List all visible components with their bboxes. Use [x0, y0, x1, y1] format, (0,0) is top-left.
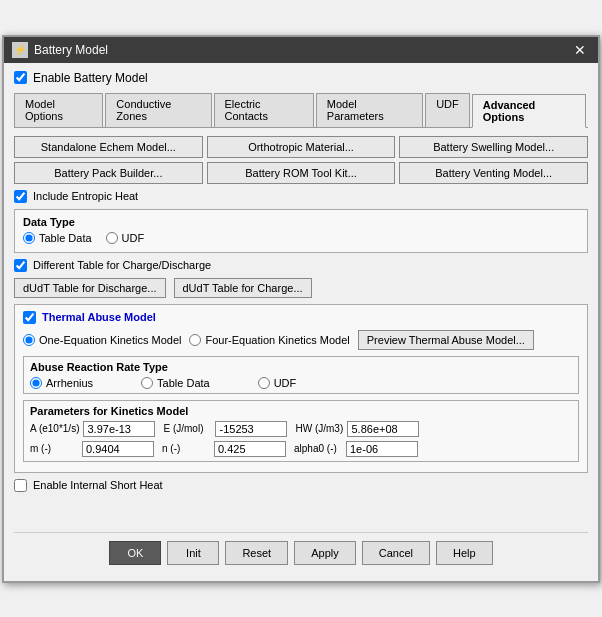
radio-arrhenius-input[interactable]	[30, 377, 42, 389]
param-a-label: A (e10*1/s)	[30, 423, 79, 434]
radio-udf-label: UDF	[122, 232, 145, 244]
kinetics-model-row: One-Equation Kinetics Model Four-Equatio…	[23, 330, 579, 350]
radio-table-data-rate-input[interactable]	[141, 377, 153, 389]
radio-table-data[interactable]	[23, 232, 35, 244]
preview-thermal-abuse-btn[interactable]: Preview Thermal Abuse Model...	[358, 330, 534, 350]
thermal-abuse-checkbox[interactable]	[23, 311, 36, 324]
params-title: Parameters for Kinetics Model	[30, 405, 572, 417]
standalone-echem-btn[interactable]: Standalone Echem Model...	[14, 136, 203, 158]
tab-model-options[interactable]: Model Options	[14, 93, 103, 127]
tab-electric-contacts[interactable]: Electric Contacts	[214, 93, 314, 127]
param-m-label: m (-)	[30, 443, 78, 454]
param-alpha0-input[interactable]: 1e-06	[346, 441, 418, 457]
different-table-label: Different Table for Charge/Discharge	[33, 259, 211, 271]
radio-table-data-rate-label: Table Data	[157, 377, 210, 389]
enable-internal-short-checkbox[interactable]	[14, 479, 27, 492]
param-hw-input[interactable]: 5.86e+08	[347, 421, 419, 437]
title-bar: ⚡ Battery Model ✕	[4, 37, 598, 63]
radio-udf-rate-label: UDF	[274, 377, 297, 389]
radio-udf-rate-input[interactable]	[258, 377, 270, 389]
orthotropic-material-btn[interactable]: Orthotropic Material...	[207, 136, 396, 158]
battery-rom-toolkit-btn[interactable]: Battery ROM Tool Kit...	[207, 162, 396, 184]
battery-pack-builder-btn[interactable]: Battery Pack Builder...	[14, 162, 203, 184]
different-table-checkbox[interactable]	[14, 259, 27, 272]
param-a-input[interactable]: 3.97e-13	[83, 421, 155, 437]
radio-item-table-data: Table Data	[23, 232, 92, 244]
params-box: Parameters for Kinetics Model A (e10*1/s…	[23, 400, 579, 462]
window-icon: ⚡	[12, 42, 28, 58]
include-entropic-label: Include Entropic Heat	[33, 190, 138, 202]
dudt-charge-btn[interactable]: dUdT Table for Charge...	[174, 278, 312, 298]
radio-four-equation-input[interactable]	[189, 334, 201, 346]
radio-table-data-rate: Table Data	[141, 377, 210, 389]
tool-buttons-row1: Standalone Echem Model... Orthotropic Ma…	[14, 136, 588, 158]
cancel-button[interactable]: Cancel	[362, 541, 430, 565]
radio-arrhenius-label: Arrhenius	[46, 377, 93, 389]
enable-battery-label: Enable Battery Model	[33, 71, 148, 85]
different-table-row: Different Table for Charge/Discharge	[14, 259, 588, 272]
bottom-spacer	[14, 498, 588, 528]
param-n-label: n (-)	[162, 443, 210, 454]
dudt-discharge-btn[interactable]: dUdT Table for Discharge...	[14, 278, 166, 298]
close-button[interactable]: ✕	[570, 43, 590, 57]
abuse-rate-type-title: Abuse Reaction Rate Type	[30, 361, 572, 373]
param-alpha0-label: alpha0 (-)	[294, 443, 342, 454]
tab-advanced-options[interactable]: Advanced Options	[472, 94, 586, 128]
battery-swelling-btn[interactable]: Battery Swelling Model...	[399, 136, 588, 158]
rate-type-options: Arrhenius Table Data UDF	[30, 377, 572, 389]
radio-one-equation-label: One-Equation Kinetics Model	[39, 334, 181, 346]
window-title: Battery Model	[34, 43, 108, 57]
footer-buttons: OK Init Reset Apply Cancel Help	[14, 532, 588, 573]
radio-udf-rate: UDF	[258, 377, 297, 389]
tool-buttons-row2: Battery Pack Builder... Battery ROM Tool…	[14, 162, 588, 184]
tab-udf[interactable]: UDF	[425, 93, 470, 127]
battery-model-dialog: ⚡ Battery Model ✕ Enable Battery Model M…	[2, 35, 600, 583]
window-body: Enable Battery Model Model Options Condu…	[4, 63, 598, 581]
apply-button[interactable]: Apply	[294, 541, 356, 565]
abuse-rate-type-box: Abuse Reaction Rate Type Arrhenius Table…	[23, 356, 579, 394]
radio-table-data-label: Table Data	[39, 232, 92, 244]
radio-one-equation: One-Equation Kinetics Model	[23, 334, 181, 346]
radio-arrhenius: Arrhenius	[30, 377, 93, 389]
init-button[interactable]: Init	[167, 541, 219, 565]
radio-item-udf: UDF	[106, 232, 145, 244]
include-entropic-checkbox[interactable]	[14, 190, 27, 203]
param-e-label: E (J/mol)	[163, 423, 211, 434]
include-entropic-row: Include Entropic Heat	[14, 190, 588, 203]
param-n-input[interactable]: 0.425	[214, 441, 286, 457]
tab-conductive-zones[interactable]: Conductive Zones	[105, 93, 211, 127]
enable-battery-row: Enable Battery Model	[14, 71, 588, 85]
enable-battery-checkbox[interactable]	[14, 71, 27, 84]
reset-button[interactable]: Reset	[225, 541, 288, 565]
param-hw-label: HW (J/m3)	[295, 423, 343, 434]
ok-button[interactable]: OK	[109, 541, 161, 565]
help-button[interactable]: Help	[436, 541, 493, 565]
radio-one-equation-input[interactable]	[23, 334, 35, 346]
tabs-row: Model Options Conductive Zones Electric …	[14, 93, 588, 128]
battery-venting-btn[interactable]: Battery Venting Model...	[399, 162, 588, 184]
params-row-2: m (-) 0.9404 n (-) 0.425 alpha0 (-) 1e-0…	[30, 441, 572, 457]
thermal-abuse-section: Thermal Abuse Model One-Equation Kinetic…	[14, 304, 588, 473]
thermal-abuse-label: Thermal Abuse Model	[42, 311, 156, 323]
param-e-input[interactable]: -15253	[215, 421, 287, 437]
params-row-1: A (e10*1/s) 3.97e-13 E (J/mol) -15253 HW…	[30, 421, 572, 437]
radio-four-equation: Four-Equation Kinetics Model	[189, 334, 349, 346]
data-type-radio-group: Table Data UDF	[23, 232, 579, 244]
enable-internal-short-row: Enable Internal Short Heat	[14, 479, 588, 492]
table-buttons-row: dUdT Table for Discharge... dUdT Table f…	[14, 278, 588, 298]
tab-model-parameters[interactable]: Model Parameters	[316, 93, 423, 127]
params-grid: A (e10*1/s) 3.97e-13 E (J/mol) -15253 HW…	[30, 421, 572, 457]
enable-internal-short-label: Enable Internal Short Heat	[33, 479, 163, 491]
radio-four-equation-label: Four-Equation Kinetics Model	[205, 334, 349, 346]
data-type-title: Data Type	[23, 216, 579, 228]
data-type-section: Data Type Table Data UDF	[14, 209, 588, 253]
param-m-input[interactable]: 0.9404	[82, 441, 154, 457]
thermal-abuse-header: Thermal Abuse Model	[23, 311, 579, 324]
radio-udf-data[interactable]	[106, 232, 118, 244]
title-bar-left: ⚡ Battery Model	[12, 42, 108, 58]
